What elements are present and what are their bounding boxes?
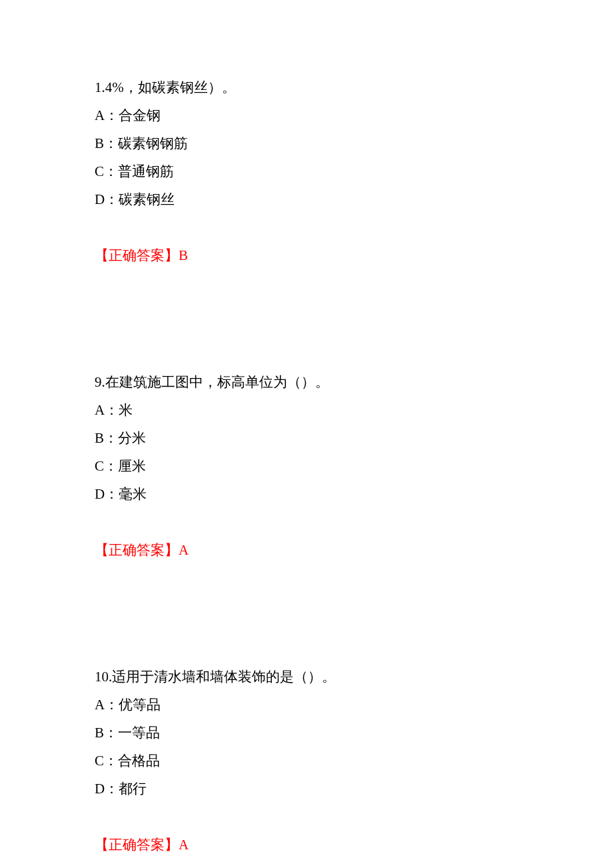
answer-value: A bbox=[179, 837, 189, 853]
option-b: B：碳素钢钢筋 bbox=[95, 129, 533, 157]
question-stem: 1.4%，如碳素钢丝）。 bbox=[95, 73, 533, 101]
option-d: D：都行 bbox=[95, 775, 533, 803]
answer-label: 【正确答案】 bbox=[95, 542, 179, 558]
correct-answer: 【正确答案】A bbox=[95, 831, 533, 859]
question-stem: 9.在建筑施工图中，标高单位为（）。 bbox=[95, 368, 533, 396]
option-d: D：毫米 bbox=[95, 480, 533, 508]
option-a: A：合金钢 bbox=[95, 101, 533, 129]
answer-label: 【正确答案】 bbox=[95, 247, 179, 263]
option-d: D：碳素钢丝 bbox=[95, 185, 533, 213]
question-stem: 10.适用于清水墙和墙体装饰的是（）。 bbox=[95, 663, 533, 691]
option-a: A：优等品 bbox=[95, 691, 533, 719]
answer-label: 【正确答案】 bbox=[95, 837, 179, 853]
correct-answer: 【正确答案】B bbox=[95, 241, 533, 269]
question-block-2: 9.在建筑施工图中，标高单位为（）。 A：米 B：分米 C：厘米 D：毫米 【正… bbox=[95, 368, 533, 564]
option-b: B：一等品 bbox=[95, 719, 533, 747]
question-block-1: 1.4%，如碳素钢丝）。 A：合金钢 B：碳素钢钢筋 C：普通钢筋 D：碳素钢丝… bbox=[95, 73, 533, 269]
answer-value: A bbox=[179, 542, 189, 558]
option-c: C：合格品 bbox=[95, 747, 533, 775]
answer-value: B bbox=[179, 247, 188, 263]
correct-answer: 【正确答案】A bbox=[95, 536, 533, 564]
option-b: B：分米 bbox=[95, 424, 533, 452]
option-a: A：米 bbox=[95, 396, 533, 424]
question-block-3: 10.适用于清水墙和墙体装饰的是（）。 A：优等品 B：一等品 C：合格品 D：… bbox=[95, 663, 533, 859]
option-c: C：普通钢筋 bbox=[95, 157, 533, 185]
option-c: C：厘米 bbox=[95, 452, 533, 480]
